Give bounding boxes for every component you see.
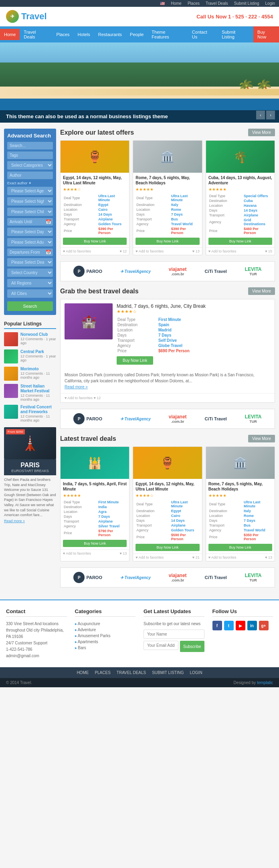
- label: Deal Type: [117, 317, 158, 322]
- value: $690 Per Person: [158, 349, 270, 353]
- category-item[interactable]: Amusement Parks: [75, 633, 136, 639]
- listing-title[interactable]: Festival Concert and Fireworks: [20, 405, 56, 414]
- footer-nav-places[interactable]: PLACES: [95, 670, 110, 675]
- category-select[interactable]: Select Categories: [7, 161, 53, 170]
- agency-select[interactable]: Please Select Agency: [7, 187, 53, 195]
- label: Agency: [209, 218, 243, 226]
- facebook-icon[interactable]: f: [212, 621, 222, 630]
- deal-read-more[interactable]: Read more »: [65, 385, 88, 389]
- hero-prev-arrow[interactable]: ‹: [256, 111, 265, 119]
- value: $350 Per Person: [244, 533, 271, 541]
- topbar-link-home[interactable]: Home: [171, 1, 182, 6]
- category-item[interactable]: Apartments: [75, 639, 136, 645]
- googleplus-icon[interactable]: g+: [259, 621, 269, 630]
- best-deals-view-more[interactable]: View More: [248, 287, 275, 295]
- latest-deals-view-more[interactable]: View More: [248, 435, 275, 442]
- add-to-favorites[interactable]: ♥ Add to favorites: [135, 555, 164, 559]
- deal-type-select[interactable]: Please Select Deal Type: [7, 258, 53, 266]
- offer-body: Rome, 7 days, 5 nights, May, Beach Holid…: [206, 479, 275, 553]
- buy-now-button[interactable]: Buy Now Link: [63, 238, 127, 245]
- days-select[interactable]: Please Select Days: [7, 228, 53, 236]
- blog-read-more[interactable]: Read more »: [4, 519, 25, 523]
- best-deals-header: Grab the best travel deals View More: [60, 287, 275, 295]
- footer-top: Contact 330 Vine Street And locations th…: [0, 600, 279, 667]
- nav-hotels[interactable]: Hotels: [74, 29, 94, 40]
- arrivals-input[interactable]: [7, 218, 44, 226]
- label: Location: [136, 208, 170, 212]
- topbar-link-deals[interactable]: Travel Deals: [206, 1, 228, 6]
- partner-logos-bar-1: P PAROO ✈ TravelAgency viajanet .com.br …: [60, 261, 275, 281]
- listing-title[interactable]: Central Park: [20, 349, 56, 354]
- topbar-link-submit[interactable]: Submit Listing: [234, 1, 259, 6]
- footer-nav-deals[interactable]: TRAVEL DEALS: [117, 670, 146, 675]
- topbar-link-login[interactable]: Login: [265, 1, 275, 6]
- twitter-icon[interactable]: t: [224, 621, 234, 630]
- regions-select[interactable]: All Regions: [7, 279, 53, 287]
- nav-buy-now[interactable]: Buy Now: [253, 26, 279, 42]
- value: $460 Per Person: [244, 227, 271, 235]
- add-to-favorites[interactable]: ♥ Add to favorites: [65, 396, 93, 400]
- footer-nav-submit[interactable]: SUBMIT LISTING: [152, 670, 184, 675]
- offer-footer: ♥ Add to favorites ♥ 13: [133, 247, 202, 255]
- buy-now-button[interactable]: Buy Now Link: [208, 544, 272, 551]
- favorites-count: ♥ 21: [192, 555, 200, 559]
- search-button[interactable]: Search: [7, 301, 53, 311]
- hero-next-arrow[interactable]: ›: [266, 111, 275, 119]
- travel-agency-text-2: ✈ TravelAgency: [120, 417, 151, 421]
- add-to-favorites[interactable]: ♥ Add to favorites: [135, 249, 164, 253]
- add-to-favorites[interactable]: ♥ Add to favorites: [63, 249, 91, 253]
- adults-select[interactable]: Please Select Adults: [7, 238, 53, 246]
- buy-now-button[interactable]: Buy Now Link: [135, 238, 199, 245]
- value: Cuba: [244, 199, 271, 203]
- label: Destination: [136, 509, 170, 513]
- label: Agency: [136, 222, 170, 226]
- nav-people[interactable]: People: [126, 29, 148, 40]
- nav-theme-features[interactable]: Theme Features: [148, 26, 188, 42]
- newsletter-email-input[interactable]: [144, 641, 178, 650]
- category-item[interactable]: Acupuncture: [75, 621, 136, 627]
- listing-title[interactable]: Norwood Club: [20, 332, 56, 337]
- departures-input[interactable]: [7, 248, 44, 256]
- author-input[interactable]: [7, 172, 53, 179]
- value: Silver Travel: [98, 524, 126, 528]
- nav-contact[interactable]: Contact Us: [188, 26, 218, 42]
- label: Price: [64, 529, 97, 537]
- youtube-icon[interactable]: ▶: [236, 621, 245, 630]
- listing-title[interactable]: Street Italian Market Festival: [20, 384, 56, 394]
- latest-offers-view-more[interactable]: View More: [248, 129, 275, 136]
- add-to-favorites[interactable]: ♥ Add to favorites: [63, 551, 91, 555]
- category-item[interactable]: Bars: [75, 645, 136, 651]
- buy-now-button[interactable]: Buy Now Link: [208, 238, 272, 245]
- search-input[interactable]: [7, 142, 53, 149]
- nav-travel-deals[interactable]: Travel Deals: [20, 26, 52, 42]
- newsletter-subscribe-button[interactable]: Subscribe: [180, 641, 204, 652]
- children-select[interactable]: Please Select Children: [7, 208, 53, 216]
- value: Grid Destinations: [244, 218, 271, 226]
- topbar-link-places[interactable]: Places: [188, 1, 200, 6]
- nav-restaurants[interactable]: Restaurants: [94, 29, 126, 40]
- country-select[interactable]: Select Country: [7, 268, 53, 277]
- nav-places[interactable]: Places: [53, 29, 74, 40]
- footer-nav-login[interactable]: LOGIN: [190, 670, 202, 675]
- madrid-deal-card: 🏰 Madrid, 7 days, 6 nights, June, City B…: [60, 299, 275, 403]
- label: Location: [64, 208, 97, 212]
- tags-input[interactable]: [7, 151, 53, 159]
- value: First Minute: [158, 317, 270, 322]
- nights-select[interactable]: Please Select Nights: [7, 197, 53, 206]
- cities-select[interactable]: All Cities: [7, 289, 53, 298]
- value: Self Drive: [158, 338, 270, 343]
- category-item[interactable]: Adventure: [75, 627, 136, 633]
- listing-title[interactable]: Morimoto: [20, 367, 56, 371]
- deal-buy-button[interactable]: Buy Now Link: [117, 356, 153, 365]
- add-to-favorites[interactable]: ♥ Add to favorites: [208, 555, 237, 559]
- newsletter-name-input[interactable]: [144, 630, 204, 639]
- value: Rome: [244, 514, 271, 518]
- linkedin-icon[interactable]: in: [247, 621, 257, 630]
- footer-nav-home[interactable]: HOME: [77, 670, 89, 675]
- nav-home[interactable]: Home: [0, 29, 20, 40]
- buy-now-button[interactable]: Buy Now Link: [135, 544, 199, 551]
- nav-submit[interactable]: Submit Listing: [218, 26, 253, 42]
- buy-now-button[interactable]: Buy Now Link: [63, 540, 127, 547]
- add-to-favorites[interactable]: ♥ Add to favorites: [208, 249, 237, 253]
- latest-offers-header: Explore our latest offers View More: [60, 129, 275, 136]
